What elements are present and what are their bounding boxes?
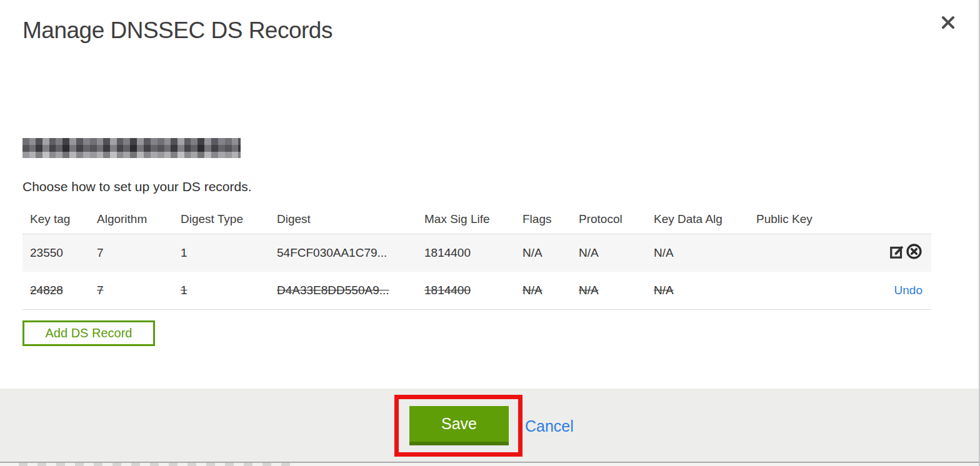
undo-link[interactable]: Undo (894, 284, 922, 297)
cell-key-data-alg: N/A (654, 246, 756, 260)
cell-flags: N/A (522, 284, 579, 297)
table-row: 23550 7 1 54FCF030AA1C79... 1814400 N/A … (22, 234, 931, 272)
cell-protocol: N/A (579, 284, 654, 297)
edit-record-button[interactable] (889, 244, 905, 263)
cell-flags: N/A (522, 246, 579, 260)
cell-algorithm: 7 (97, 246, 181, 260)
domain-name-redacted (22, 138, 241, 158)
add-ds-record-button[interactable]: Add DS Record (22, 320, 155, 346)
delete-record-button[interactable] (906, 243, 922, 263)
page-title: Manage DNSSEC DS Records (22, 17, 332, 44)
edit-icon (889, 244, 905, 263)
column-header-max-sig-life: Max Sig Life (424, 212, 522, 226)
table-row-deleted: 24828 7 1 D4A33E8DD550A9... 1814400 N/A … (22, 272, 931, 310)
column-header-algorithm: Algorithm (97, 212, 181, 226)
cell-key-tag: 24828 (22, 284, 97, 297)
cell-max-sig-life: 1814400 (424, 284, 522, 297)
background-content-peek (19, 463, 294, 466)
cell-digest-type: 1 (181, 284, 277, 297)
cell-max-sig-life: 1814400 (424, 246, 522, 260)
close-icon (940, 14, 956, 33)
table-header-row: Key tag Algorithm Digest Type Digest Max… (22, 205, 931, 234)
column-header-public-key: Public Key (756, 212, 875, 226)
close-button[interactable] (937, 12, 959, 35)
intro-text: Choose how to set up your DS records. (22, 179, 252, 194)
column-header-digest-type: Digest Type (181, 212, 277, 226)
cell-digest: 54FCF030AA1C79... (277, 246, 424, 260)
column-header-digest: Digest (277, 212, 424, 226)
cancel-link[interactable]: Cancel (525, 417, 574, 435)
column-header-protocol: Protocol (579, 212, 654, 226)
cell-algorithm: 7 (97, 284, 181, 297)
cell-key-tag: 23550 (22, 246, 97, 260)
column-header-flags: Flags (522, 212, 579, 226)
cell-protocol: N/A (579, 246, 654, 260)
manage-dnssec-modal: Manage DNSSEC DS Records Choose how to s… (0, 0, 980, 466)
cell-digest-type: 1 (181, 246, 277, 260)
save-button[interactable]: Save (409, 406, 509, 445)
delete-icon (906, 243, 922, 263)
ds-records-table: Key tag Algorithm Digest Type Digest Max… (22, 205, 931, 310)
cell-digest: D4A33E8DD550A9... (277, 284, 424, 297)
column-header-key-data-alg: Key Data Alg (654, 212, 756, 226)
column-header-key-tag: Key tag (22, 212, 97, 226)
cell-key-data-alg: N/A (654, 284, 756, 297)
